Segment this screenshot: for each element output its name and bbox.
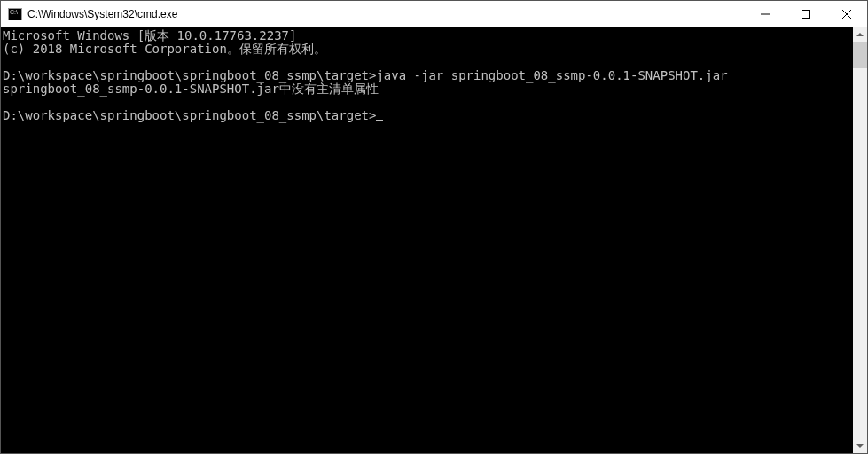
vertical-scrollbar[interactable]	[853, 27, 867, 453]
window-controls	[745, 1, 867, 27]
terminal-line	[3, 56, 853, 69]
terminal-line: Microsoft Windows [版本 10.0.17763.2237]	[3, 29, 853, 43]
titlebar[interactable]: C:\Windows\System32\cmd.exe	[1, 1, 867, 27]
scroll-thumb[interactable]	[853, 42, 867, 68]
svg-marker-5	[856, 444, 864, 448]
terminal-line: D:\workspace\springboot\springboot_08_ss…	[3, 109, 853, 122]
maximize-button[interactable]	[786, 1, 826, 27]
close-button[interactable]	[826, 1, 867, 27]
svg-marker-4	[856, 33, 864, 36]
cmd-icon	[8, 8, 22, 20]
maximize-icon	[802, 10, 810, 19]
terminal-line	[3, 96, 853, 109]
scroll-up-arrow-icon[interactable]	[853, 27, 867, 42]
terminal-line: D:\workspace\springboot\springboot_08_ss…	[3, 69, 853, 82]
minimize-icon	[761, 10, 770, 19]
terminal-area: Microsoft Windows [版本 10.0.17763.2237](c…	[1, 27, 867, 453]
terminal-line: springboot_08_ssmp-0.0.1-SNAPSHOT.jar中没有…	[3, 82, 853, 96]
close-icon	[842, 10, 851, 19]
cmd-window: C:\Windows\System32\cmd.exe Microsoft Wi	[0, 0, 868, 454]
scroll-down-arrow-icon[interactable]	[853, 439, 867, 453]
prompt: D:\workspace\springboot\springboot_08_ss…	[3, 68, 376, 82]
window-title: C:\Windows\System32\cmd.exe	[27, 8, 745, 20]
terminal-line: (c) 2018 Microsoft Corporation。保留所有权利。	[3, 43, 853, 56]
prompt: D:\workspace\springboot\springboot_08_ss…	[3, 108, 376, 122]
command: java -jar springboot_08_ssmp-0.0.1-SNAPS…	[376, 68, 727, 82]
cursor	[376, 120, 383, 121]
svg-rect-1	[802, 10, 810, 18]
minimize-button[interactable]	[745, 1, 786, 27]
terminal-content[interactable]: Microsoft Windows [版本 10.0.17763.2237](c…	[1, 27, 853, 453]
